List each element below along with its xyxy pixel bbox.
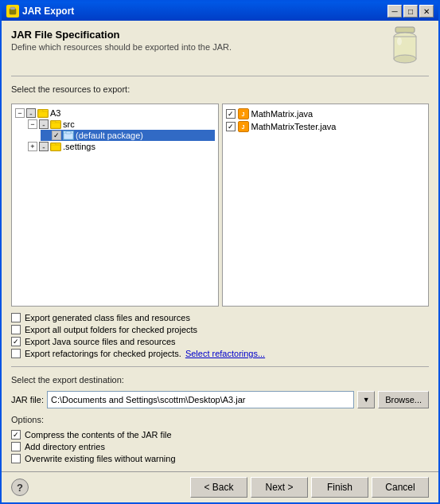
svg-point-6 — [397, 37, 402, 45]
options-label: Options: — [11, 415, 429, 424]
checkbox-opt2[interactable] — [11, 325, 21, 334]
tree-item-default-package[interactable]: (default package) — [41, 130, 215, 141]
checkbox-default-package[interactable] — [52, 131, 61, 140]
option-row-4: Export refactorings for checked projects… — [11, 349, 429, 358]
checkbox-opt4[interactable] — [11, 349, 21, 358]
label-src: src — [63, 119, 75, 129]
maximize-button[interactable]: □ — [403, 5, 418, 18]
svg-rect-7 — [38, 111, 48, 117]
folder-icon-a3 — [37, 109, 49, 118]
jar-export-dialog: JAR Export ─ □ ✕ JAR File Specification … — [0, 0, 440, 504]
compress-options: Options: Compress the contents of the JA… — [11, 415, 429, 463]
dialog-content: JAR File Specification Define which reso… — [2, 21, 438, 471]
checkbox-overwrite[interactable] — [11, 454, 21, 463]
compress-row-2: Add directory entries — [11, 442, 429, 451]
tree-item-settings[interactable]: + .settings — [28, 141, 215, 152]
label-opt3: Export Java source files and resources — [25, 337, 176, 346]
file-item-mathmatrix[interactable]: J MathMatrix.java — [226, 107, 426, 120]
tree-panel[interactable]: − A3 − src — [11, 104, 219, 307]
checkbox-opt1[interactable] — [11, 313, 21, 322]
close-button[interactable]: ✕ — [419, 5, 434, 18]
jar-icon — [387, 25, 422, 68]
svg-rect-11 — [51, 145, 60, 150]
label-overwrite: Overwrite existing files without warning — [25, 454, 176, 463]
svg-rect-10 — [66, 131, 71, 134]
browse-button[interactable]: Browse... — [378, 391, 429, 408]
option-row-3: Export Java source files and resources — [11, 337, 429, 346]
checkbox-a3[interactable] — [26, 108, 36, 118]
cancel-button[interactable]: Cancel — [372, 477, 429, 498]
title-bar-buttons: ─ □ ✕ — [387, 5, 434, 18]
svg-rect-2 — [395, 27, 415, 33]
label-opt1: Export generated class files and resourc… — [25, 313, 190, 322]
label-a3: A3 — [50, 108, 60, 118]
checkbox-compress[interactable] — [11, 430, 21, 440]
expand-src[interactable]: − — [28, 119, 37, 129]
dialog-subtitle: Define which resources should be exporte… — [11, 42, 232, 52]
minimize-button[interactable]: ─ — [387, 5, 402, 18]
files-panel[interactable]: J MathMatrix.java J MathMatrixTester.jav… — [222, 104, 430, 307]
compress-row-3: Overwrite existing files without warning — [11, 454, 429, 463]
jar-svg — [387, 25, 422, 65]
label-default-package: (default package) — [76, 131, 143, 140]
header-divider — [11, 76, 429, 76]
export-options: Export generated class files and resourc… — [11, 313, 429, 358]
window-icon — [6, 5, 19, 18]
jar-file-label: JAR file: — [11, 395, 44, 404]
option-row-2: Export all output folders for checked pr… — [11, 325, 429, 334]
help-button[interactable]: ? — [11, 479, 29, 496]
folder-icon-src — [50, 120, 61, 129]
jar-dropdown[interactable]: ▼ — [357, 391, 375, 408]
expand-a3[interactable]: − — [15, 108, 25, 118]
label-mathmatrixtester: MathMatrixTester.java — [251, 122, 337, 131]
svg-point-5 — [394, 55, 416, 63]
checkbox-src[interactable] — [39, 119, 49, 129]
dest-label: Select the export destination: — [11, 375, 429, 385]
option-row-1: Export generated class files and resourc… — [11, 313, 429, 322]
select-refactorings-link[interactable]: Select refactorings... — [185, 349, 265, 358]
svg-rect-8 — [51, 123, 60, 128]
checkbox-mathmatrixtester[interactable] — [226, 122, 236, 131]
folder-icon-settings — [50, 143, 61, 151]
tree-item-src[interactable]: − src — [28, 119, 215, 130]
window-title: JAR Export — [22, 6, 74, 17]
checkbox-settings[interactable] — [39, 142, 49, 151]
bottom-bar: ? < Back Next > Finish Cancel — [2, 471, 438, 502]
package-icon — [63, 131, 74, 140]
label-opt2: Export all output folders for checked pr… — [25, 325, 197, 334]
dest-divider — [11, 366, 429, 367]
file-item-mathmatrixtester[interactable]: J MathMatrixTester.java — [226, 120, 426, 133]
title-bar: JAR Export ─ □ ✕ — [2, 2, 438, 21]
dest-row: JAR file: ▼ Browse... — [11, 391, 429, 408]
jar-file-input[interactable] — [47, 391, 354, 408]
label-settings: .settings — [63, 142, 95, 151]
tree-label: Select the resources to export: — [11, 84, 429, 94]
next-button[interactable]: Next > — [251, 477, 308, 498]
label-direntry: Add directory entries — [25, 442, 105, 451]
label-mathmatrix: MathMatrix.java — [251, 109, 313, 119]
svg-rect-1 — [10, 7, 15, 10]
label-opt4: Export refactorings for checked projects… — [25, 349, 181, 358]
expand-settings[interactable]: + — [28, 142, 37, 151]
title-bar-left: JAR Export — [6, 5, 74, 18]
java-icon-mathmatrix: J — [238, 108, 249, 119]
finish-button[interactable]: Finish — [311, 477, 368, 498]
nav-buttons: < Back Next > Finish Cancel — [190, 477, 429, 498]
checkbox-mathmatrix[interactable] — [226, 109, 236, 119]
checkbox-direntry[interactable] — [11, 442, 21, 451]
destination-section: Select the export destination: JAR file:… — [11, 375, 429, 408]
label-compress: Compress the contents of the JAR file — [25, 430, 172, 440]
header-text: JAR File Specification Define which reso… — [11, 29, 232, 52]
back-button[interactable]: < Back — [190, 477, 247, 498]
compress-row-1: Compress the contents of the JAR file — [11, 430, 429, 440]
tree-files-row: − A3 − src — [11, 104, 429, 307]
header-area: JAR File Specification Define which reso… — [11, 29, 429, 68]
java-icon-mathmatrixtester: J — [238, 121, 249, 132]
tree-item-a3[interactable]: − A3 — [15, 107, 215, 119]
dialog-title: JAR File Specification — [11, 29, 232, 41]
checkbox-opt3[interactable] — [11, 337, 21, 346]
